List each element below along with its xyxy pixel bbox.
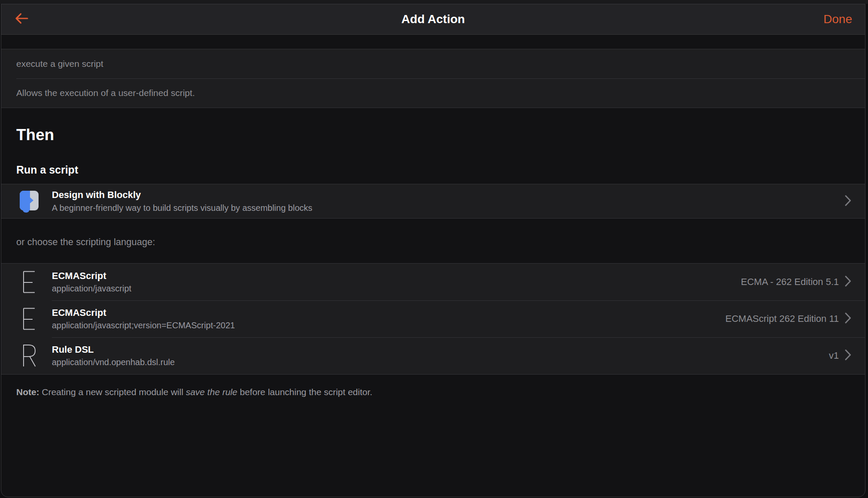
- module-summary-list: execute a given script Allows the execut…: [1, 49, 865, 108]
- chevron-right-icon: [845, 349, 851, 362]
- note-text-before: Creating a new scripted module will: [39, 387, 186, 397]
- page-title: Add Action: [401, 12, 465, 26]
- note-label: Note:: [16, 387, 39, 397]
- language-item-ecmascript-11[interactable]: ECMAScript application/javascript;versio…: [1, 300, 865, 337]
- module-summary-row[interactable]: execute a given script: [1, 49, 865, 78]
- language-list: ECMAScript application/javascript ECMA -…: [1, 263, 865, 375]
- language-mime: application/javascript;version=ECMAScrip…: [52, 319, 725, 331]
- done-button[interactable]: Done: [823, 12, 852, 26]
- note-text-after: before launching the script editor.: [237, 387, 372, 397]
- design-with-blockly-item[interactable]: Design with Blockly A beginner-friendly …: [1, 184, 865, 218]
- language-version: ECMAScript 262 Edition 11: [725, 313, 839, 324]
- letter-e-icon: [19, 270, 39, 294]
- language-version: v1: [829, 350, 839, 361]
- language-mime: application/javascript: [52, 282, 741, 294]
- note-italic: save the rule: [186, 387, 237, 397]
- language-title: ECMAScript: [52, 270, 741, 283]
- back-arrow-icon: [14, 12, 29, 27]
- blockly-subtitle: A beginner-friendly way to build scripts…: [52, 202, 845, 214]
- page-top-edge: [0, 0, 868, 4]
- letter-e-icon: [19, 307, 39, 330]
- chevron-right-icon: [845, 312, 851, 325]
- language-title: Rule DSL: [52, 343, 829, 357]
- language-texts: ECMAScript application/javascript: [52, 270, 741, 295]
- language-version: ECMA - 262 Edition 5.1: [741, 276, 839, 288]
- section-heading: Then: [16, 126, 850, 144]
- blockly-texts: Design with Blockly A beginner-friendly …: [52, 189, 845, 214]
- back-button[interactable]: [14, 12, 29, 27]
- letter-r-icon: [19, 344, 39, 367]
- navbar: Add Action Done: [1, 4, 865, 35]
- language-texts: ECMAScript application/javascript;versio…: [52, 306, 725, 332]
- blockly-list: Design with Blockly A beginner-friendly …: [1, 184, 865, 219]
- language-mime: application/vnd.openhab.dsl.rule: [52, 356, 829, 368]
- module-description-row: Allows the execution of a user-defined s…: [1, 78, 865, 108]
- language-title: ECMAScript: [52, 306, 725, 320]
- chevron-right-icon: [845, 195, 851, 208]
- add-action-popup: Add Action Done execute a given script A…: [1, 4, 865, 497]
- language-texts: Rule DSL application/vnd.openhab.dsl.rul…: [52, 343, 829, 369]
- run-a-script-title: Run a script: [16, 164, 850, 176]
- note-paragraph: Note: Creating a new scripted module wil…: [16, 386, 850, 399]
- language-prompt: or choose the scripting language:: [16, 237, 850, 248]
- language-item-rule-dsl[interactable]: Rule DSL application/vnd.openhab.dsl.rul…: [1, 337, 865, 374]
- blockly-icon: [19, 190, 39, 213]
- language-item-ecmascript-5[interactable]: ECMAScript application/javascript ECMA -…: [1, 264, 865, 300]
- chevron-right-icon: [845, 276, 851, 288]
- blockly-title: Design with Blockly: [52, 189, 845, 202]
